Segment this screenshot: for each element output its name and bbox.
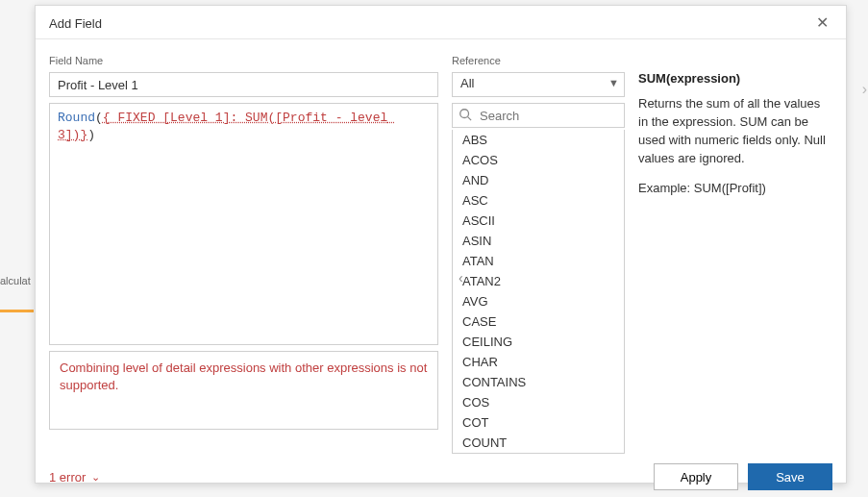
field-definition-panel: Field Name Round({ FIXED [Level 1]: SUM(… [49, 55, 438, 454]
help-function-signature: SUM(expression) [638, 71, 832, 86]
formula-token-error: { FIXED [Level 1]: SUM([Profit - level 3… [58, 111, 395, 142]
function-list-item[interactable]: COS [453, 392, 624, 412]
formula-error-message: Combining level of detail expressions wi… [49, 351, 438, 430]
function-list-item[interactable]: AND [453, 170, 624, 190]
formula-token-paren-open: ( [95, 111, 103, 125]
error-count-label: 1 error [49, 470, 86, 485]
save-button[interactable]: Save [748, 463, 832, 490]
function-list-item[interactable]: COT [453, 412, 624, 433]
chevron-down-icon: ⌄ [91, 471, 100, 484]
field-name-label: Field Name [49, 55, 438, 66]
function-search-wrap [452, 103, 625, 128]
help-panel: SUM(expression) Returns the sum of all t… [638, 55, 832, 454]
dialog-body: ‹ Field Name Round({ FIXED [Level 1]: SU… [36, 39, 846, 460]
chevron-right-icon: › [862, 81, 867, 98]
field-name-input[interactable] [49, 72, 438, 97]
function-list-item[interactable]: ABS [453, 130, 624, 150]
collapse-panel-icon[interactable]: ‹ [459, 270, 463, 286]
function-list-item[interactable]: CEILING [453, 332, 624, 352]
add-field-dialog: › Add Field ✕ ‹ Field Name Round({ FIXED… [35, 5, 847, 484]
function-list-item[interactable]: ASCII [453, 211, 624, 231]
function-list-item[interactable]: COUNT [453, 433, 624, 453]
function-list-item[interactable]: ASC [453, 190, 624, 211]
help-description: Returns the sum of all the values in the… [638, 95, 832, 167]
function-list-item[interactable]: AVG [453, 291, 624, 311]
reference-label: Reference [452, 55, 625, 66]
function-list-item[interactable]: ATAN2 [453, 271, 624, 291]
formula-token-function: Round [58, 111, 95, 125]
close-icon[interactable]: ✕ [812, 13, 832, 33]
function-list-item[interactable]: ASIN [453, 231, 624, 251]
formula-token-paren-close: ) [87, 128, 95, 142]
function-list-item[interactable]: CASE [453, 311, 624, 332]
help-example: Example: SUM([Profit]) [638, 181, 832, 195]
dialog-footer: 1 error ⌄ Apply Save [36, 460, 846, 497]
search-icon [459, 108, 472, 124]
reference-select[interactable]: All ▼ [452, 72, 625, 97]
background-highlight-strip [0, 310, 34, 312]
function-list-item[interactable]: ACOS [453, 150, 624, 170]
function-search-input[interactable] [452, 103, 625, 128]
error-count-toggle[interactable]: 1 error ⌄ [49, 470, 100, 485]
function-list-item[interactable]: CONTAINS [453, 372, 624, 392]
svg-line-1 [468, 117, 472, 121]
dialog-header: Add Field ✕ [36, 6, 846, 39]
footer-buttons: Apply Save [654, 463, 832, 490]
apply-button[interactable]: Apply [654, 463, 738, 490]
function-list-item[interactable]: ATAN [453, 251, 624, 271]
function-list[interactable]: ABSACOSANDASCASCIIASINATANATAN2AVGCASECE… [452, 130, 625, 454]
reference-select-value: All [452, 72, 625, 97]
formula-editor[interactable]: Round({ FIXED [Level 1]: SUM([Profit - l… [49, 103, 438, 345]
dialog-title: Add Field [49, 16, 102, 31]
function-list-item[interactable]: CHAR [453, 352, 624, 372]
svg-point-0 [460, 110, 469, 118]
background-truncated-label: alculat [0, 275, 31, 286]
reference-panel: Reference All ▼ ABSACOSANDASCASCIIASINAT… [452, 55, 625, 454]
